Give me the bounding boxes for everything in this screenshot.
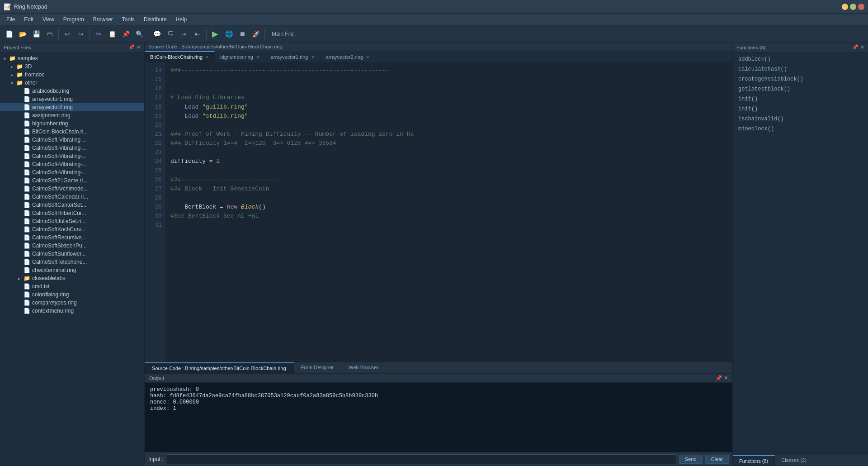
tree-item-archimede[interactable]: 📄CalmoSoftArchimede... [0, 185, 144, 193]
tab-close-bitcoin[interactable]: ✕ [205, 55, 209, 60]
tree-item-samples[interactable]: ▾ 📁 samples [0, 54, 144, 62]
save-file-btn[interactable]: 💾 [30, 28, 42, 40]
code-line-31 [170, 221, 727, 230]
tree-item-calmosoft-vib5[interactable]: 📄CalmoSoft-Vibrating-... [0, 168, 144, 176]
tree-item-other[interactable]: ▾ 📁 other [0, 79, 144, 87]
menu-view[interactable]: View [38, 15, 59, 24]
functions-panel-pin[interactable]: 📌 [852, 44, 859, 50]
bottom-tab-form-designer[interactable]: Form Designer [294, 362, 342, 373]
tree-item-calendar[interactable]: 📄CalmoSoftCalendar.ri... [0, 193, 144, 201]
fn-tab-functions[interactable]: Functions (8) [733, 455, 775, 466]
close-btn[interactable] [858, 4, 864, 10]
tree-item-bignumber[interactable]: 📄bignumber.ring [0, 119, 144, 128]
bottom-tab-web-browser[interactable]: Web Browser [341, 362, 386, 373]
input-field[interactable] [166, 454, 676, 464]
run-btn[interactable]: ▶ [209, 28, 222, 40]
tree-item-cmd[interactable]: 📄cmd.txt [0, 282, 144, 290]
unindent-btn[interactable]: ⇤ [191, 28, 204, 40]
fn-item-ischainvalid[interactable]: ischainvalid() [733, 114, 868, 124]
tree-item-calmosoft-vib4[interactable]: 📄CalmoSoft-Vibrating-... [0, 160, 144, 168]
output-panel-pin[interactable]: 📌 [716, 375, 722, 381]
fn-tab-classes[interactable]: Classes (2) [775, 455, 813, 466]
undo-btn[interactable]: ↩ [61, 28, 74, 40]
tab-close-bignumber[interactable]: ✕ [256, 55, 259, 60]
tree-item-calmosoft21[interactable]: 📄CalmoSoft21Game.ri... [0, 176, 144, 185]
project-panel-close[interactable]: ✕ [137, 44, 141, 50]
tree-item-contextmenu[interactable]: 📄contextmenu.ring [0, 307, 144, 315]
bottom-tab-source[interactable]: Source Code : B:/ring/samples/other/BitC… [145, 362, 294, 373]
tree-item-arrayvector1[interactable]: 📄arrayvector1.ring [0, 95, 144, 103]
tree-item-arabicodbc[interactable]: 📄arabicodbc.ring [0, 87, 144, 95]
tree-item-bitcoin-blockchain[interactable]: 📄BitCoin-BlockChain.ri... [0, 128, 144, 136]
tree-item-checkterminal[interactable]: 📄checkterminal.ring [0, 266, 144, 274]
tree-item-colordialog[interactable]: 📄colordialog.ring [0, 290, 144, 299]
tab-bignumber[interactable]: bignumber.ring ✕ [215, 52, 265, 62]
browser-run-btn[interactable]: 🌐 [222, 28, 235, 40]
tab-close-arrayvector1[interactable]: ✕ [311, 55, 315, 60]
redo-btn[interactable]: ↪ [75, 28, 87, 40]
project-panel: Project Files 📌 ✕ ▾ 📁 samples ▸ 📁 3D [0, 43, 145, 466]
menu-help[interactable]: Help [171, 15, 192, 24]
tree-item-closeabletabs[interactable]: ▸📁closeabletabs [0, 274, 144, 282]
fn-item-calculatehash[interactable]: calculatehash() [733, 64, 868, 74]
new-file-btn[interactable]: 📄 [3, 28, 15, 40]
fn-item-mineblock[interactable]: mineblock() [733, 124, 868, 134]
tree-item-assignment[interactable]: 📄assignment.ring [0, 111, 144, 119]
fn-item-addblock[interactable]: addblock() [733, 54, 868, 64]
cut-btn[interactable]: ✂ [92, 28, 105, 40]
main-file-label: Main File : [272, 31, 297, 37]
fn-item-creategenesisblock[interactable]: creategenesisblock() [733, 74, 868, 84]
indent-btn[interactable]: ⇥ [178, 28, 190, 40]
tab-arrayvector1[interactable]: arrayvector1.ring ✕ [265, 52, 321, 62]
tab-arrayvector2[interactable]: arrayvector2.ring ✕ [321, 52, 376, 62]
tree-item-cantorset[interactable]: 📄CalmoSoftCantorSet... [0, 201, 144, 209]
comment-btn[interactable]: 💬 [151, 28, 163, 40]
send-button[interactable]: Send [679, 455, 703, 464]
code-content[interactable]: ###-------------------------------------… [165, 62, 732, 362]
tree-item-sixteen[interactable]: 📄CalmoSoftSixteenPu... [0, 242, 144, 250]
output-panel-close[interactable]: ✕ [724, 375, 728, 381]
tab-bitcoin-blockchain[interactable]: BitCoin-BlockChain.ring ✕ [145, 51, 215, 62]
tree-item-calmosoft-vib1[interactable]: 📄CalmoSoft-Vibrating-... [0, 136, 144, 144]
tree-item-koch[interactable]: 📄CalmoSoftKochCurv... [0, 225, 144, 233]
functions-panel-close[interactable]: ✕ [860, 44, 864, 50]
project-panel-pin[interactable]: 📌 [128, 44, 135, 50]
tree-item-arrayvector2[interactable]: 📄arrayvector2.ring [0, 103, 144, 111]
code-editor[interactable]: 141516171819 202122232425 262728293031 #… [145, 62, 732, 362]
menu-browser[interactable]: Browser [89, 15, 118, 24]
uncomment-btn[interactable]: 🗨 [164, 28, 177, 40]
tree-item-julia[interactable]: 📄CalmoSoftJuliaSet.ri... [0, 217, 144, 225]
file-icon-arrayvector1: 📄 [24, 96, 31, 102]
paste-btn[interactable]: 📌 [119, 28, 132, 40]
fn-item-getlatestblock[interactable]: getlatestblock() [733, 84, 868, 94]
output-area: Source Code : B:/ring/samples/other/BitC… [145, 362, 732, 466]
save-all-btn[interactable]: 🗃 [43, 28, 56, 40]
stop-btn[interactable]: ⏹ [236, 28, 249, 40]
fn-item-init-2[interactable]: init() [733, 104, 868, 114]
tree-label-arabicodbc: arabicodbc.ring [32, 88, 69, 94]
fn-item-init-1[interactable]: init() [733, 94, 868, 104]
open-file-btn[interactable]: 📂 [16, 28, 29, 40]
menu-distribute[interactable]: Distribute [139, 15, 171, 24]
clear-button[interactable]: Clear [705, 455, 729, 464]
menu-tools[interactable]: Tools [118, 15, 139, 24]
menu-program[interactable]: Program [59, 15, 89, 24]
tree-item-calmosoft-vib3[interactable]: 📄CalmoSoft-Vibrating-... [0, 152, 144, 160]
tree-item-recursive[interactable]: 📄CalmoSoftRecursive... [0, 233, 144, 242]
tree-item-comparetypes[interactable]: 📄comparetypes.ring [0, 299, 144, 307]
tree-item-telephone[interactable]: 📄CalmoSoftTelephone... [0, 258, 144, 266]
tree-item-hilbert[interactable]: 📄CalmoSoftHilbertCur... [0, 209, 144, 217]
menu-edit[interactable]: Edit [19, 15, 38, 24]
tree-item-3d[interactable]: ▸ 📁 3D [0, 62, 144, 71]
menu-file[interactable]: File [2, 15, 19, 24]
tab-close-arrayvector2[interactable]: ✕ [366, 55, 369, 60]
copy-btn[interactable]: 📋 [106, 28, 118, 40]
tree-item-calmosoft-vib2[interactable]: 📄CalmoSoft-Vibrating-... [0, 144, 144, 152]
input-bar: Input : Send Clear [145, 452, 732, 466]
tree-item-fromdoc[interactable]: ▸ 📁 fromdoc [0, 71, 144, 79]
deploy-btn[interactable]: 🚀 [250, 28, 262, 40]
maximize-btn[interactable] [850, 4, 856, 10]
tree-item-sunflower[interactable]: 📄CalmoSoftSunflower... [0, 250, 144, 258]
find-btn[interactable]: 🔍 [133, 28, 146, 40]
minimize-btn[interactable] [842, 4, 848, 10]
